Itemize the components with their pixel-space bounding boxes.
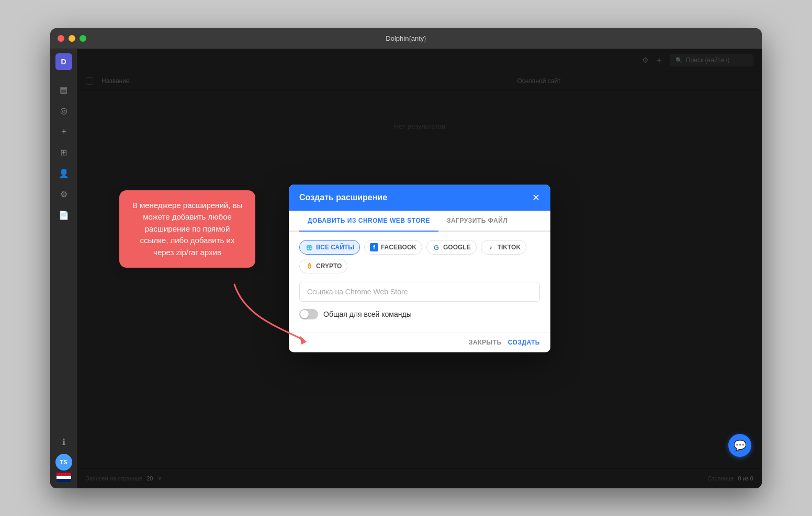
filter-chips: 🌐 ВСЕ САЙТЫ f FACEBOOK G GOOGLE ♪ [299, 240, 540, 273]
toggle-row: Общая для всей команды [299, 309, 540, 319]
google-icon: G [432, 243, 441, 251]
chat-button[interactable]: 💬 [728, 434, 751, 457]
chip-crypto[interactable]: ₿ CRYPTO [299, 259, 347, 273]
sidebar-bottom: ℹ TS [54, 433, 73, 488]
team-toggle[interactable] [299, 309, 318, 319]
sidebar-item-settings[interactable]: ⚙ [54, 185, 73, 204]
tooltip-text: В менеджере расширений, вы можете добави… [132, 201, 243, 257]
sidebar-item-info[interactable]: ℹ [54, 433, 73, 452]
sidebar-item-extensions[interactable]: ⊞ [54, 143, 73, 162]
profiles-icon: ▤ [60, 85, 67, 95]
chip-facebook[interactable]: f FACEBOOK [364, 240, 422, 255]
titlebar: Dolphin{anty} [50, 28, 762, 49]
chip-crypto-label: CRYPTO [316, 262, 342, 270]
create-extension-dialog: Создать расширение ✕ ДОБАВИТЬ ИЗ CHROME … [289, 185, 550, 352]
url-input[interactable] [299, 282, 540, 302]
info-icon: ℹ [62, 437, 65, 447]
chip-tiktok[interactable]: ♪ TIKTOK [481, 240, 526, 255]
main-content: ⚙ ＋ 🔍 Поиск (найти /) Название Основной … [77, 49, 762, 488]
sidebar: D ▤ ◎ ＋ ⊞ 👤 ⚙ 📄 ℹ TS [50, 49, 77, 488]
tab-file[interactable]: ЗАГРУЗИТЬ ФАЙЛ [438, 211, 516, 232]
logo-letter: D [61, 58, 66, 66]
cookies-icon: ◎ [60, 106, 67, 116]
docs-icon: 📄 [59, 210, 69, 220]
sidebar-item-add[interactable]: ＋ [54, 122, 73, 141]
dialog-header: Создать расширение ✕ [289, 185, 550, 211]
tooltip-bubble: В менеджере расширений, вы можете добави… [119, 190, 255, 268]
tab-webstore-label: ДОБАВИТЬ ИЗ CHROME WEB STORE [308, 217, 430, 224]
chip-tiktok-label: TIKTOK [498, 244, 521, 251]
avatar[interactable]: TS [55, 454, 72, 471]
window-controls [58, 35, 86, 42]
sidebar-logo[interactable]: D [55, 53, 72, 70]
bitcoin-icon: ₿ [305, 262, 313, 270]
chip-all-label: ВСЕ САЙТЫ [316, 244, 354, 251]
tab-file-label: ЗАГРУЗИТЬ ФАЙЛ [447, 217, 508, 224]
users-icon: 👤 [59, 168, 69, 178]
close-dialog-button[interactable]: ✕ [532, 193, 540, 202]
chat-icon: 💬 [734, 439, 747, 452]
facebook-icon: f [370, 243, 378, 251]
add-icon: ＋ [60, 126, 68, 137]
create-button[interactable]: СОЗДАТЬ [508, 339, 540, 346]
chip-all[interactable]: 🌐 ВСЕ САЙТЫ [299, 240, 360, 255]
close-button[interactable] [58, 35, 64, 42]
chip-google-label: GOOGLE [443, 244, 471, 251]
chip-google[interactable]: G GOOGLE [426, 240, 477, 255]
tab-webstore[interactable]: ДОБАВИТЬ ИЗ CHROME WEB STORE [299, 211, 438, 232]
cancel-button[interactable]: ЗАКРЫТЬ [469, 339, 502, 346]
window-title: Dolphin{anty} [386, 35, 426, 42]
sidebar-item-profiles[interactable]: ▤ [54, 81, 73, 99]
modal-overlay: В менеджере расширений, вы можете добави… [77, 49, 762, 488]
sidebar-item-cookies[interactable]: ◎ [54, 101, 73, 120]
maximize-button[interactable] [80, 35, 86, 42]
minimize-button[interactable] [69, 35, 75, 42]
tiktok-icon: ♪ [487, 243, 495, 251]
extensions-icon: ⊞ [60, 147, 67, 157]
chip-facebook-label: FACEBOOK [381, 244, 416, 251]
dialog-body: 🌐 ВСЕ САЙТЫ f FACEBOOK G GOOGLE ♪ [289, 232, 550, 332]
sidebar-item-users[interactable]: 👤 [54, 164, 73, 183]
globe-icon: 🌐 [305, 243, 313, 251]
toggle-label: Общая для всей команды [323, 310, 412, 318]
main-window: Dolphin{anty} D ▤ ◎ ＋ ⊞ 👤 ⚙ 📄 ℹ [50, 28, 762, 488]
avatar-initials: TS [60, 459, 67, 465]
dialog-tabs: ДОБАВИТЬ ИЗ CHROME WEB STORE ЗАГРУЗИТЬ Ф… [289, 211, 550, 232]
settings-icon: ⚙ [60, 189, 67, 199]
dialog-title: Создать расширение [299, 193, 387, 202]
language-flag[interactable] [57, 473, 71, 482]
sidebar-item-docs[interactable]: 📄 [54, 206, 73, 225]
dialog-footer: ЗАКРЫТЬ СОЗДАТЬ [289, 332, 550, 352]
